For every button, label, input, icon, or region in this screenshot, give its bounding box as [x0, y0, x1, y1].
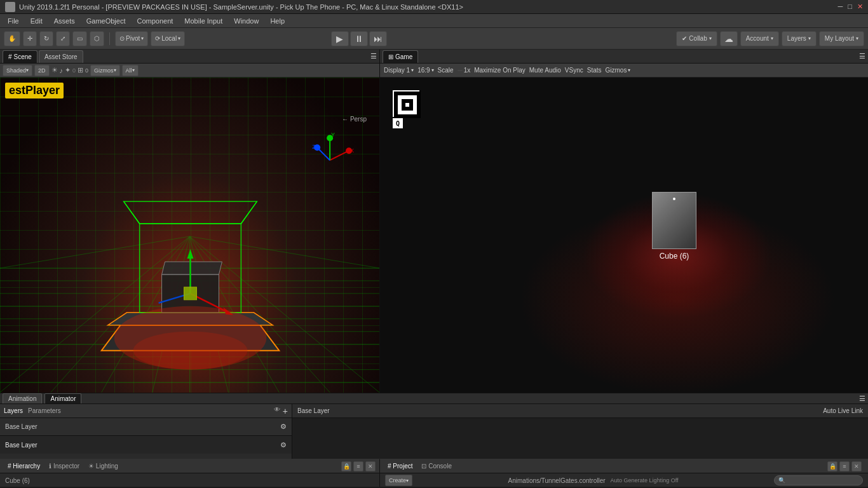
animation-tab[interactable]: Animation: [3, 393, 42, 403]
lock-icon[interactable]: 🔒: [341, 461, 351, 471]
minimize-button[interactable]: ─: [838, 3, 843, 11]
maximize-on-play[interactable]: Maximize On Play: [474, 67, 526, 74]
project-search[interactable]: 🔍: [774, 475, 863, 485]
vsync-toggle[interactable]: VSync: [565, 67, 583, 74]
svg-rect-34: [184, 287, 197, 300]
base-layer-settings-icon[interactable]: ⚙: [280, 423, 287, 431]
parameters-tab[interactable]: Parameters: [28, 407, 61, 414]
layer-row-settings-icon[interactable]: ⚙: [280, 441, 287, 449]
project-list-icon[interactable]: ≡: [839, 461, 850, 471]
pause-button[interactable]: ⏸: [350, 31, 368, 46]
rect-tool-button[interactable]: ▭: [72, 31, 87, 46]
play-button[interactable]: ▶: [331, 31, 349, 46]
scene-icon-1[interactable]: ⊞: [78, 66, 83, 74]
stats-button[interactable]: Stats: [587, 67, 602, 74]
account-button[interactable]: Account ▾: [740, 31, 779, 46]
game-gizmos-chevron: ▾: [628, 67, 630, 73]
move-tool-button[interactable]: ✛: [23, 31, 37, 46]
game-tab[interactable]: ⊞ Game: [383, 50, 418, 63]
shading-button[interactable]: Shaded ▾: [3, 65, 32, 76]
menu-edit[interactable]: Edit: [25, 16, 48, 26]
menu-file[interactable]: File: [3, 16, 24, 26]
layers-tab[interactable]: Layers: [4, 407, 23, 414]
search-icon: 🔍: [778, 477, 785, 484]
top-panels: # Scene Asset Store ☰ Shaded ▾: [0, 50, 868, 393]
animator-layer-row[interactable]: Base Layer ⚙: [0, 436, 292, 454]
aspect-selector[interactable]: 16:9 ▾: [417, 67, 433, 74]
auto-live-link-button[interactable]: Auto Live Link: [823, 407, 863, 414]
step-button[interactable]: ⏭: [369, 31, 387, 46]
project-close-icon[interactable]: ✕: [851, 461, 862, 471]
animator-tab[interactable]: Animator: [44, 393, 81, 403]
scene-tab[interactable]: # Scene: [3, 50, 37, 63]
layout-button[interactable]: My Layout ▾: [819, 31, 864, 46]
collab-button[interactable]: ✔ Collab ▾: [676, 31, 717, 46]
close-button[interactable]: ✕: [857, 3, 863, 11]
layers-button[interactable]: Layers ▾: [782, 31, 817, 46]
hierarchy-panel: # Hierarchy ℹ Inspector ☀ Lighting 🔒 ≡: [0, 459, 380, 487]
menu-assets[interactable]: Assets: [49, 16, 80, 26]
display-selector[interactable]: Display 1 ▾: [384, 67, 414, 74]
transform-tool-button[interactable]: ⬡: [90, 31, 104, 46]
game-tab-bar: ⊞ Game ☰: [380, 50, 868, 64]
auto-generate-label: Auto Generate Lighting Off: [611, 477, 679, 484]
console-icon: ⊡: [421, 463, 426, 470]
add-layer-button[interactable]: +: [283, 406, 288, 416]
audio-toggle[interactable]: ♪: [60, 67, 64, 74]
fx-toggle[interactable]: ✦: [65, 66, 71, 74]
scale-control[interactable]: Scale 1x: [438, 67, 471, 74]
svg-text:Z: Z: [312, 144, 316, 150]
cloud-button[interactable]: ☁: [720, 31, 738, 46]
title-bar: Unity 2019.1.2f1 Personal - [PREVIEW PAC…: [0, 0, 868, 14]
menu-mobile-input[interactable]: Mobile Input: [179, 16, 227, 26]
menu-help[interactable]: Help: [265, 16, 290, 26]
menu-gameobject[interactable]: GameObject: [81, 16, 131, 26]
layers-chevron: ▾: [808, 36, 811, 41]
hierarchy-tab[interactable]: # Hierarchy: [4, 461, 44, 471]
gizmos-button[interactable]: Gizmos ▾: [90, 65, 120, 76]
svg-marker-28: [162, 262, 222, 274]
list-icon[interactable]: ≡: [353, 461, 363, 471]
project-tab[interactable]: # Project: [384, 461, 416, 471]
scene-count: 0: [85, 67, 88, 74]
eye-icon[interactable]: 👁: [274, 406, 280, 416]
all-button[interactable]: All ▾: [122, 65, 139, 76]
cube-visual: [652, 192, 696, 249]
svg-marker-30: [187, 249, 194, 259]
game-panel-menu[interactable]: ☰: [859, 52, 865, 60]
close-panel-icon[interactable]: ✕: [365, 461, 376, 471]
lighting-tab[interactable]: ☀ Lighting: [85, 461, 122, 471]
hand-tool-button[interactable]: ✋: [4, 31, 20, 46]
account-chevron: ▾: [771, 36, 773, 41]
inspector-tab[interactable]: ℹ Inspector: [45, 461, 83, 471]
2d-button[interactable]: 2D: [34, 65, 50, 76]
animator-base-layer-item[interactable]: Base Layer ⚙: [0, 418, 292, 436]
rotate-tool-button[interactable]: ↻: [39, 31, 53, 46]
scene-panel-menu[interactable]: ☰: [370, 52, 377, 60]
layout-chevron: ▾: [856, 36, 858, 41]
game-panel: ⊞ Game ☰ Display 1 ▾ 16:9 ▾ Scale 1: [380, 50, 868, 393]
scale-tool-button[interactable]: ⤢: [56, 31, 70, 46]
mute-audio[interactable]: Mute Audio: [529, 67, 561, 74]
asset-store-tab[interactable]: Asset Store: [39, 50, 83, 63]
anim-panel-menu[interactable]: ☰: [859, 395, 865, 403]
maximize-button[interactable]: □: [848, 3, 852, 11]
local-chevron: ▾: [178, 36, 180, 41]
main-area: # Scene Asset Store ☰ Shaded ▾: [0, 50, 868, 488]
lighting-toggle[interactable]: ☀: [51, 66, 58, 74]
menu-component[interactable]: Component: [132, 16, 178, 26]
scene-view[interactable]: X Y Z estPlayer ← Persp: [0, 78, 379, 393]
all-chevron: ▾: [132, 67, 135, 73]
console-tab[interactable]: ⊡ Console: [417, 461, 455, 471]
animator-graph-area[interactable]: [292, 418, 868, 459]
create-button[interactable]: Create ▾: [385, 475, 412, 486]
local-button[interactable]: ⟳ Local ▾: [151, 31, 185, 46]
menu-window[interactable]: Window: [229, 16, 264, 26]
game-gizmos-button[interactable]: Gizmos ▾: [606, 67, 631, 74]
game-view[interactable]: Q Cube (6): [380, 78, 868, 393]
window-title: Unity 2019.1.2f1 Personal - [PREVIEW PAC…: [19, 3, 463, 11]
bottom-panels: Animation Animator ☰ Layers Parameters 👁…: [0, 393, 868, 487]
scale-slider[interactable]: [458, 70, 463, 71]
project-lock-icon[interactable]: 🔒: [827, 461, 837, 471]
pivot-button[interactable]: ⊙ Pivot ▾: [115, 31, 148, 46]
